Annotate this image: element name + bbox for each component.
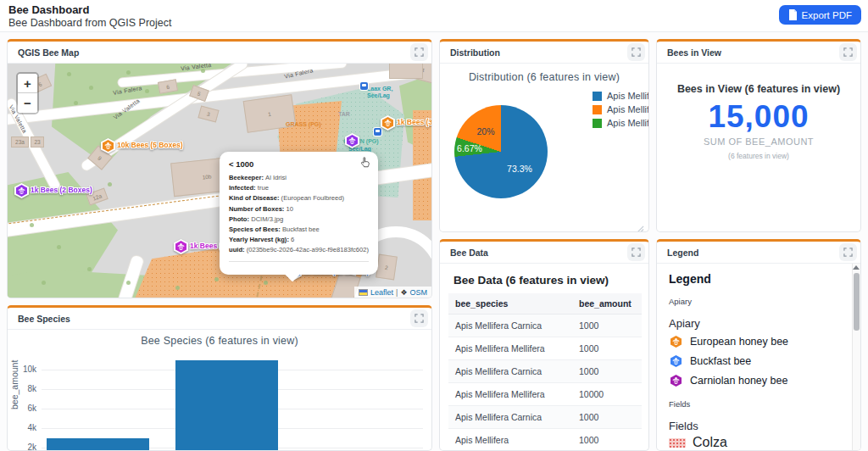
bar[interactable]: [175, 360, 278, 451]
popup-title: < 1000: [229, 159, 369, 169]
expand-bee-data-button[interactable]: [627, 243, 645, 261]
expand-icon: [415, 314, 424, 323]
map-building: 23a: [11, 136, 29, 148]
expand-distribution-button[interactable]: [627, 43, 645, 61]
table-row: Apis Mellifera Carnica1000: [448, 315, 642, 337]
tree-icon: [126, 281, 131, 285]
popup-field: Yearly Harvest (kg): 6: [229, 235, 369, 245]
panel-legend: Legend Legend ApiaryApiaryEuropean honey…: [656, 239, 861, 451]
expand-icon: [632, 47, 641, 57]
map-attribution: Leaflet | ❖ OSM: [354, 287, 431, 298]
field-pattern-swatch: [669, 438, 686, 448]
map-feature-popup: < 1000 Beekeeper: Al IdrisiInfected: tru…: [220, 152, 378, 275]
resize-handle-icon[interactable]: [637, 221, 644, 232]
popup-field: Infected: true: [229, 183, 369, 193]
bee-hexagon-icon: [669, 373, 683, 388]
bee-hive-marker[interactable]: 1k Bees (3 Boxes): [381, 115, 395, 131]
panel-bees-in-view: Bees in View Bees in View (6 features in…: [656, 39, 861, 232]
scroll-up-arrow[interactable]: [853, 265, 860, 270]
map-building: 3: [198, 105, 219, 122]
area-label: See/Lag: [367, 92, 390, 98]
pie-slice-label: 73.3%: [507, 164, 532, 174]
page-header: Bee Dashboard Bee Dashboard from QGIS Pr…: [0, 0, 868, 32]
pie-slice-label: 6.67%: [457, 143, 482, 153]
expand-bee-species-button[interactable]: [410, 309, 428, 327]
tree-icon: [175, 286, 180, 290]
popup-field: Photo: DCIM/3.jpg: [229, 214, 369, 225]
panel-title-distribution: Distribution: [450, 47, 500, 58]
table-row: Apis Mellifera Carnica1000: [448, 406, 642, 429]
table-row: Apis Mellifera1000: [448, 429, 642, 451]
page-subtitle: Bee Dashboard from QGIS Project: [8, 17, 171, 29]
map-building: 2: [376, 254, 398, 281]
expand-legend-button[interactable]: [839, 243, 857, 261]
bee-hexagon-icon: [669, 334, 683, 349]
leaflet-map[interactable]: 6653123a23910b12a42Via ValettaVia Falera…: [8, 64, 431, 298]
bee-data-table: bee_speciesbee_amount Apis Mellifera Car…: [448, 293, 642, 451]
osm-glyph-icon: ❖: [400, 288, 407, 297]
pie-legend-item[interactable]: Apis Mellifera Mellifera: [593, 91, 649, 101]
panel-distribution: Distribution Distribution (6 features in…: [439, 39, 649, 232]
zoom-out-button[interactable]: −: [18, 93, 37, 113]
document-icon: [788, 9, 798, 20]
table-row: Apis Mellifera Mellifera1000: [448, 337, 642, 360]
legend-group-name: Apiary: [669, 317, 845, 330]
export-pdf-label: Export PDF: [802, 10, 852, 20]
osm-link[interactable]: OSM: [409, 288, 427, 297]
panel-title-bees-in-view: Bees in View: [667, 47, 721, 58]
table-row: Apis Mellifera Carnica1000: [448, 360, 642, 383]
y-tick-label: 10k: [14, 365, 36, 374]
tree-icon: [264, 281, 268, 285]
table-title: Bee Data (6 features in view): [440, 264, 648, 293]
y-tick-label: 4k: [14, 423, 36, 432]
popup-field: Number of Boxes: 10: [229, 204, 369, 214]
legend-layer-label: Apiary: [669, 297, 845, 306]
page-title: Bee Dashboard: [8, 3, 171, 16]
tree-icon: [201, 69, 205, 73]
marker-label: 1k Bees (2 Boxes): [31, 186, 92, 194]
legend-scrollbar[interactable]: [852, 264, 860, 451]
panel-qgis-bee-map: QGIS Bee Map: [7, 39, 432, 298]
panel-title-map: QGIS Bee Map: [18, 47, 79, 58]
bee-hive-marker[interactable]: 1k Bees (2 Boxes): [14, 183, 29, 198]
legend-swatch: [593, 119, 602, 128]
legend-item: Colza: [669, 435, 845, 450]
table-cell: 10000: [572, 383, 642, 406]
expand-bees-in-view-button[interactable]: [839, 43, 857, 61]
legend-swatch: [593, 92, 602, 101]
tree-icon: [89, 86, 93, 90]
tree-icon: [30, 223, 34, 227]
table-row: Apis Mellifera Mellifera10000: [448, 383, 642, 406]
y-tick-label: 2k: [14, 443, 36, 451]
panel-title-bee-data: Bee Data: [450, 248, 488, 258]
zoom-in-button[interactable]: +: [18, 74, 37, 93]
bar[interactable]: [47, 438, 149, 451]
tree-icon: [74, 101, 78, 105]
expand-map-button[interactable]: [410, 43, 428, 61]
popup-divider: [229, 261, 369, 270]
panel-bee-data: Bee Data Bee Data (6 features in view) b…: [439, 239, 649, 451]
bar-plot-area: bee_amount 2k4k6k8k10k: [8, 335, 431, 451]
legend-heading: Legend: [669, 272, 845, 286]
table-cell: Apis Mellifera Mellifera: [448, 383, 572, 406]
tree-icon: [67, 72, 71, 76]
scrollbar-thumb[interactable]: [854, 273, 860, 331]
expand-icon: [632, 248, 641, 257]
bee-hive-marker[interactable]: 10k Bees (5 Boxes): [101, 138, 115, 153]
expand-icon: [415, 47, 424, 57]
table-cell: Apis Mellifera Carnica: [448, 360, 572, 383]
hand-cursor: [359, 156, 371, 172]
pie-legend-item[interactable]: Apis Mellifera Carnica: [593, 104, 649, 114]
expand-icon: [843, 47, 853, 57]
legend-item: Carniolan honey bee: [669, 373, 845, 388]
leaflet-link[interactable]: Leaflet: [370, 288, 393, 297]
bee-hive-marker[interactable]: [345, 133, 359, 148]
table-cell: 1000: [572, 337, 642, 360]
pie-chart: 73.3%20%6.67%: [454, 105, 548, 198]
pie-legend-item[interactable]: Apis Mellifera: [593, 118, 649, 128]
export-pdf-button[interactable]: Export PDF: [779, 5, 861, 25]
tree-icon: [87, 267, 92, 271]
legend-layer-label: Fields: [669, 399, 845, 409]
bee-hive-marker[interactable]: 1k Bees (3 Boxes): [174, 239, 188, 254]
map-building: 23: [31, 136, 44, 148]
